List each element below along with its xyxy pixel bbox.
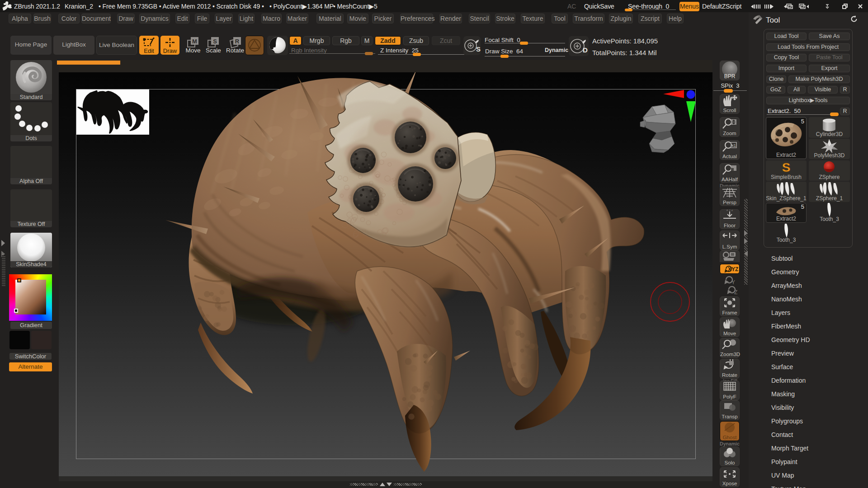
svg-text:Z: Z xyxy=(734,289,737,295)
svg-text:R: R xyxy=(235,38,240,45)
svg-text:X Y Z: X Y Z xyxy=(726,210,733,211)
svg-text:XYZ: XYZ xyxy=(728,266,738,272)
svg-text:M: M xyxy=(192,38,197,45)
svg-text:D: D xyxy=(583,46,588,54)
svg-text:S: S xyxy=(476,45,481,53)
svg-text:S: S xyxy=(782,160,791,174)
svg-text:x1: x1 xyxy=(731,143,736,148)
svg-text:S: S xyxy=(213,38,217,45)
svg-text:Y: Y xyxy=(731,279,735,285)
